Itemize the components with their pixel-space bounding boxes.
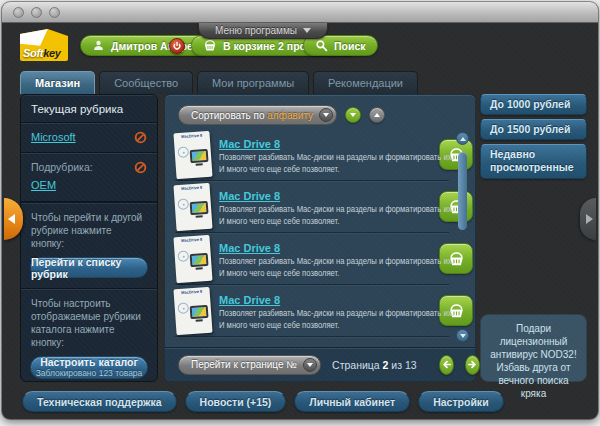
current-rubric-panel: Текущая рубрика Microsoft Подрубрика: OE… <box>20 94 158 382</box>
tech-support-button[interactable]: Техническая поддержка <box>22 391 177 412</box>
monitor-icon <box>190 252 209 266</box>
rubric-panel-title: Текущая рубрика <box>21 95 157 122</box>
block-rubric-icon[interactable] <box>134 131 147 144</box>
filters-panel: До 1000 рублей До 1500 рублей Недавно пр… <box>480 94 587 382</box>
product-box-image[interactable]: MacDrive 8 <box>173 286 212 334</box>
page-total: из 13 <box>391 359 416 371</box>
monitor-stand <box>196 319 203 321</box>
product-description-line1: Позволяет разбивать Mac-диски на разделы… <box>219 152 410 163</box>
goto-page-label: Перейти к странице № <box>191 359 297 370</box>
product-info: Mac Drive 8 Позволяет разбивать Mac-диск… <box>219 290 431 330</box>
user-name-label: Дмитров Андрей <box>111 40 199 52</box>
product-row: MacDrive 8 Mac Drive 8 Позволяет разбива… <box>175 285 449 337</box>
filter-under-1500-button[interactable]: До 1500 рублей <box>480 119 587 140</box>
maximize-button[interactable] <box>49 7 60 18</box>
expand-right-panel-handle[interactable] <box>580 198 596 240</box>
arrow-right-icon <box>586 214 593 224</box>
box-label: MacDrive 8 <box>180 133 204 139</box>
blocked-items-note: Заблокировано 123 товара <box>36 369 143 378</box>
product-info: Mac Drive 8 Позволяет разбивать Mac-диск… <box>219 134 431 174</box>
scroll-down-button[interactable] <box>456 329 469 342</box>
configure-catalog-button[interactable]: Настроить каталог Заблокировано 123 това… <box>30 356 148 379</box>
footer-bar: Техническая поддержка Новости (+15) Личн… <box>22 391 504 412</box>
monitor-stand <box>196 215 203 217</box>
basket-icon <box>203 39 217 52</box>
cd-icon <box>177 146 189 158</box>
arrow-up-icon <box>374 113 380 117</box>
monitor-icon <box>190 304 209 318</box>
close-button[interactable] <box>13 7 24 18</box>
product-box-image[interactable]: MacDrive 8 <box>173 182 212 230</box>
arrow-right-icon <box>466 358 479 371</box>
logo-soft-text: Soft <box>23 47 43 59</box>
page-status: Страница 2 из 13 <box>332 359 417 371</box>
logout-power-button[interactable] <box>169 38 185 54</box>
product-description-line1: Позволяет разбивать Mac-диски на разделы… <box>219 256 410 267</box>
product-row: MacDrive 8 Mac Drive 8 Позволяет разбива… <box>175 181 449 233</box>
product-description-line2: И много чего еще себе позволяет. <box>219 268 410 279</box>
softkey-logo[interactable]: Softkey <box>20 29 68 61</box>
box-label: MacDrive 8 <box>180 237 204 243</box>
personal-account-button[interactable]: Личный кабинет <box>294 391 410 412</box>
tab-strip: Магазин Сообщество Мои программы Рекомен… <box>20 71 418 94</box>
product-info: Mac Drive 8 Позволяет разбивать Mac-диск… <box>219 238 431 278</box>
goto-rubric-list-button[interactable]: Перейти к списку рубрик <box>30 257 148 278</box>
user-icon <box>92 39 105 52</box>
news-button[interactable]: Новости (+15) <box>185 391 287 412</box>
filter-under-1000-button[interactable]: До 1000 рублей <box>480 94 587 115</box>
product-row: MacDrive 8 Mac Drive 8 Позволяет разбива… <box>175 129 449 181</box>
block-subrubric-icon[interactable] <box>134 161 147 174</box>
logo-key-text: key <box>43 47 60 59</box>
catalog-help-text: Чтобы настроить отображаемые рубрики кат… <box>21 289 157 354</box>
scroll-up-button[interactable] <box>456 132 469 145</box>
previous-page-button[interactable] <box>439 355 454 375</box>
settings-button[interactable]: Настройки <box>418 391 503 412</box>
chevron-down-icon <box>307 363 313 367</box>
titlebar[interactable] <box>2 2 598 23</box>
nod32-ad-banner[interactable]: Подари лицензионный антивирус NOD32! Изб… <box>480 314 587 382</box>
sort-descending-button[interactable] <box>345 107 361 123</box>
sort-prefix: Сортировать по <box>191 110 265 121</box>
sort-label: Сортировать по алфавиту <box>191 110 313 121</box>
subrubric-link[interactable]: OEM <box>31 179 56 191</box>
sort-dropdown[interactable]: Сортировать по алфавиту <box>178 105 337 125</box>
product-title-link[interactable]: Mac Drive 8 <box>219 190 280 202</box>
program-menu-button[interactable]: Меню программы <box>198 23 328 39</box>
product-box-image[interactable]: MacDrive 8 <box>173 234 212 282</box>
product-description-line1: Позволяет разбивать Mac-диски на разделы… <box>219 204 410 215</box>
tab-my-programs[interactable]: Мои программы <box>197 71 309 94</box>
product-list: MacDrive 8 Mac Drive 8 Позволяет разбива… <box>165 127 475 347</box>
rubric-help-text: Чтобы перейти к другой рубрике нажмите к… <box>21 203 157 255</box>
power-icon <box>172 41 182 51</box>
product-info: Mac Drive 8 Позволяет разбивать Mac-диск… <box>219 186 431 226</box>
box-label: MacDrive 8 <box>180 289 204 295</box>
monitor-icon <box>190 148 209 162</box>
arrow-down-icon <box>350 113 356 117</box>
product-list-panel: Сортировать по алфавиту MacDrive 8 Mac D… <box>164 94 476 382</box>
logo-wordmark: Softkey <box>23 47 61 59</box>
sort-dropdown-button[interactable] <box>319 108 333 122</box>
product-box-image[interactable]: MacDrive 8 <box>173 130 212 178</box>
rubric-link[interactable]: Microsoft <box>31 131 76 143</box>
sort-bar: Сортировать по алфавиту <box>165 95 475 127</box>
tab-community[interactable]: Сообщество <box>99 71 193 94</box>
sort-value: алфавиту <box>267 110 313 121</box>
product-title-link[interactable]: Mac Drive 8 <box>219 242 280 254</box>
box-label: MacDrive 8 <box>180 185 204 191</box>
product-row: MacDrive 8 Mac Drive 8 Позволяет разбива… <box>175 233 449 285</box>
tab-recommendations[interactable]: Рекомендации <box>313 71 418 94</box>
product-description-line2: И много чего еще себе позволяет. <box>219 164 410 175</box>
product-title-link[interactable]: Mac Drive 8 <box>219 294 280 306</box>
goto-page-dropdown[interactable]: Перейти к странице № <box>178 355 321 375</box>
minimize-button[interactable] <box>31 7 42 18</box>
recently-viewed-button[interactable]: Недавно просмотренные <box>480 144 587 178</box>
product-title-link[interactable]: Mac Drive 8 <box>219 138 280 150</box>
sort-ascending-button[interactable] <box>369 107 385 123</box>
goto-page-dropdown-button[interactable] <box>303 358 317 372</box>
next-page-button[interactable] <box>465 355 480 375</box>
page-word: Страница <box>332 359 380 371</box>
tab-shop[interactable]: Магазин <box>20 71 95 94</box>
product-description-line2: И много чего еще себе позволяет. <box>219 216 410 227</box>
current-page-number: 2 <box>383 359 389 371</box>
scrollbar-thumb[interactable] <box>458 152 467 230</box>
